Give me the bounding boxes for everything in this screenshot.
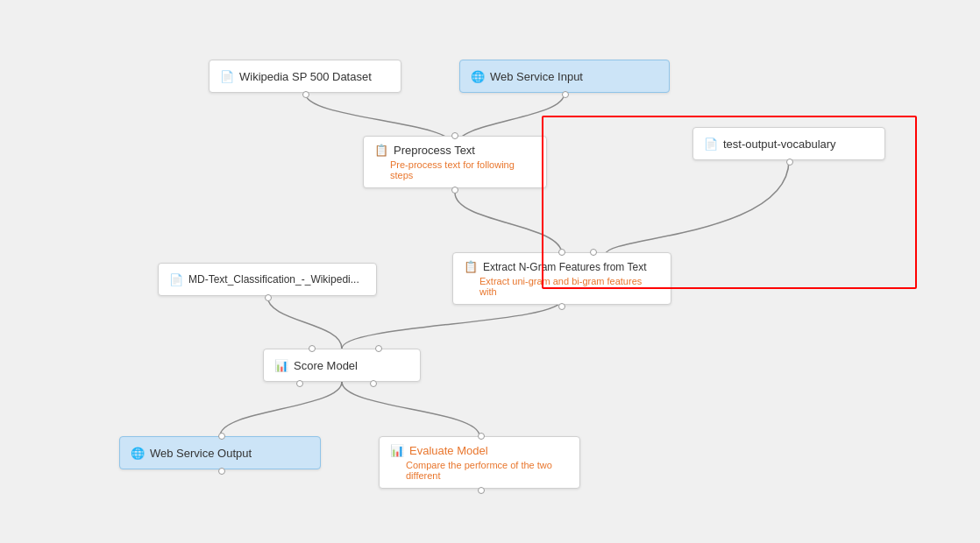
md-text-label: MD-Text_Classification_-_Wikipedi... xyxy=(188,273,359,286)
md-text-bottom-dot xyxy=(265,294,272,301)
wikipedia-bottom-dot xyxy=(302,91,309,98)
extract-ngram-bottom-dot xyxy=(558,303,565,310)
extract-ngram-top-dot xyxy=(558,249,565,256)
preprocess-icon: 📋 xyxy=(374,144,388,157)
preprocess-text-node[interactable]: 📋 Preprocess Text Pre-process text for f… xyxy=(363,136,547,188)
score-model-icon: 📊 xyxy=(274,359,288,372)
test-output-icon: 📄 xyxy=(704,138,718,151)
score-model-top-left-dot xyxy=(309,345,316,352)
web-service-output-node[interactable]: 🌐 Web Service Output xyxy=(119,436,321,469)
web-service-output-bottom-dot xyxy=(218,468,225,475)
preprocess-title: 📋 Preprocess Text xyxy=(374,144,475,157)
web-service-output-label: Web Service Output xyxy=(150,447,252,460)
score-model-node[interactable]: 📊 Score Model xyxy=(263,349,421,382)
md-text-icon: 📄 xyxy=(169,273,183,286)
evaluate-model-bottom-dot xyxy=(478,487,485,494)
extract-ngram-left-dot xyxy=(590,249,597,256)
canvas: 📄 Wikipedia SP 500 Dataset 🌐 Web Service… xyxy=(0,0,980,543)
test-output-label: test-output-vocabulary xyxy=(723,138,836,151)
score-model-top-right-dot xyxy=(375,345,382,352)
extract-ngram-icon: 📋 xyxy=(464,260,478,273)
test-output-vocabulary-node[interactable]: 📄 test-output-vocabulary xyxy=(692,127,885,160)
score-model-label: Score Model xyxy=(294,359,358,372)
evaluate-model-subtitle: Compare the performce of the two differe… xyxy=(390,460,569,481)
preprocess-subtitle: Pre-process text for following steps xyxy=(374,159,536,180)
preprocess-bottom-dot xyxy=(451,187,458,194)
score-model-bottom-right-dot xyxy=(370,380,377,387)
extract-ngram-node[interactable]: 📋 Extract N-Gram Features from Text Extr… xyxy=(452,252,671,305)
web-service-output-top-dot xyxy=(218,433,225,440)
test-output-bottom-dot xyxy=(786,159,793,166)
score-model-bottom-left-dot xyxy=(296,380,303,387)
evaluate-model-top-dot xyxy=(478,433,485,440)
extract-ngram-title: 📋 Extract N-Gram Features from Text xyxy=(464,260,647,273)
web-service-output-icon: 🌐 xyxy=(131,447,145,460)
evaluate-model-icon: 📊 xyxy=(390,444,404,457)
web-service-input-node[interactable]: 🌐 Web Service Input xyxy=(459,60,670,93)
web-service-input-bottom-dot xyxy=(562,91,569,98)
wikipedia-label: Wikipedia SP 500 Dataset xyxy=(239,70,372,83)
wikipedia-icon: 📄 xyxy=(220,70,234,83)
evaluate-model-node[interactable]: 📊 Evaluate Model Compare the performce o… xyxy=(379,436,580,489)
md-text-node[interactable]: 📄 MD-Text_Classification_-_Wikipedi... xyxy=(158,263,377,296)
web-service-input-label: Web Service Input xyxy=(490,70,583,83)
extract-ngram-subtitle: Extract uni-gram and bi-gram features wi… xyxy=(464,276,660,297)
wikipedia-node[interactable]: 📄 Wikipedia SP 500 Dataset xyxy=(209,60,401,93)
web-service-input-icon: 🌐 xyxy=(471,70,485,83)
evaluate-model-title: 📊 Evaluate Model xyxy=(390,444,488,457)
preprocess-top-dot xyxy=(451,132,458,139)
